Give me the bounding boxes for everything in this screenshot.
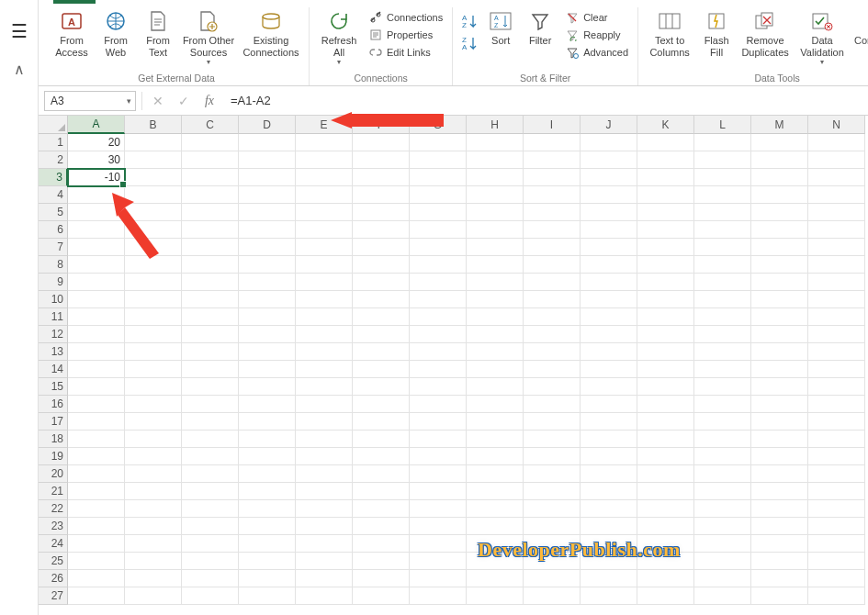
remove-duplicates-button[interactable]: Remove Duplicates: [738, 7, 793, 60]
cell-L3[interactable]: [694, 169, 751, 186]
cell-B1[interactable]: [125, 134, 182, 151]
cell-D23[interactable]: [239, 518, 296, 535]
cell-K26[interactable]: [637, 570, 694, 587]
cell-I3[interactable]: [524, 169, 581, 186]
cell-K16[interactable]: [637, 396, 694, 413]
filter-button[interactable]: Filter: [521, 7, 559, 49]
cell-B16[interactable]: [125, 396, 182, 413]
cell-I2[interactable]: [524, 151, 581, 169]
cell-J2[interactable]: [581, 151, 637, 169]
row-header-18[interactable]: 18: [39, 430, 68, 448]
cell-L18[interactable]: [694, 430, 751, 448]
cell-B13[interactable]: [125, 343, 182, 361]
cell-H10[interactable]: [467, 291, 524, 308]
cell-H19[interactable]: [467, 448, 524, 465]
collapse-ribbon-icon[interactable]: ∧: [14, 61, 25, 78]
cell-H2[interactable]: [467, 151, 524, 169]
cell-I25[interactable]: [524, 553, 581, 570]
consolidate-button[interactable]: Consolidate: [851, 7, 868, 49]
cell-J22[interactable]: [581, 500, 637, 518]
cell-A27[interactable]: [68, 587, 125, 605]
row-header-6[interactable]: 6: [39, 221, 68, 239]
cell-L1[interactable]: [694, 134, 751, 151]
cell-B25[interactable]: [125, 553, 182, 570]
cell-D26[interactable]: [239, 570, 296, 587]
cell-K7[interactable]: [637, 239, 694, 256]
cell-A7[interactable]: [68, 239, 125, 256]
cell-K2[interactable]: [637, 151, 694, 169]
cell-G12[interactable]: [410, 326, 467, 343]
text-to-columns-button[interactable]: Text to Columns: [644, 7, 695, 60]
cell-H3[interactable]: [467, 169, 524, 186]
from-text-button[interactable]: From Text: [138, 7, 178, 60]
column-header-C[interactable]: C: [182, 116, 239, 134]
enter-formula-button[interactable]: ✓: [174, 91, 194, 111]
cell-K27[interactable]: [637, 587, 694, 605]
cell-L6[interactable]: [694, 221, 751, 239]
cell-J16[interactable]: [581, 396, 637, 413]
cell-G27[interactable]: [410, 587, 467, 605]
cell-E20[interactable]: [296, 465, 353, 483]
cell-K11[interactable]: [637, 308, 694, 326]
cell-H23[interactable]: [467, 518, 524, 535]
cell-I5[interactable]: [524, 204, 581, 221]
hamburger-icon[interactable]: ☰: [11, 20, 28, 42]
cell-N19[interactable]: [808, 448, 865, 465]
sort-button[interactable]: AZ Sort: [482, 7, 519, 49]
properties-button[interactable]: Properties: [365, 27, 446, 43]
cell-N18[interactable]: [808, 430, 865, 448]
cell-D27[interactable]: [239, 587, 296, 605]
cell-M20[interactable]: [751, 465, 808, 483]
cell-D16[interactable]: [239, 396, 296, 413]
cell-D20[interactable]: [239, 465, 296, 483]
cell-M4[interactable]: [751, 186, 808, 204]
cell-N5[interactable]: [808, 204, 865, 221]
cell-M15[interactable]: [751, 378, 808, 396]
cell-J7[interactable]: [581, 239, 637, 256]
sort-asc-button[interactable]: AZ: [458, 11, 480, 31]
cell-K1[interactable]: [637, 134, 694, 151]
cell-H11[interactable]: [467, 308, 524, 326]
flash-fill-button[interactable]: Flash Fill: [697, 7, 736, 60]
cell-I6[interactable]: [524, 221, 581, 239]
cell-D11[interactable]: [239, 308, 296, 326]
cell-F21[interactable]: [353, 483, 410, 500]
cell-C24[interactable]: [182, 535, 239, 553]
cell-I19[interactable]: [524, 448, 581, 465]
cell-G14[interactable]: [410, 361, 467, 378]
cell-N25[interactable]: [808, 553, 865, 570]
row-header-5[interactable]: 5: [39, 204, 68, 221]
cell-I27[interactable]: [524, 587, 581, 605]
row-header-24[interactable]: 24: [39, 535, 68, 553]
cell-D21[interactable]: [239, 483, 296, 500]
cell-N9[interactable]: [808, 274, 865, 291]
cell-C16[interactable]: [182, 396, 239, 413]
cell-B17[interactable]: [125, 413, 182, 430]
cell-G18[interactable]: [410, 430, 467, 448]
cell-L20[interactable]: [694, 465, 751, 483]
column-header-B[interactable]: B: [125, 116, 182, 134]
cell-M25[interactable]: [751, 553, 808, 570]
cell-K13[interactable]: [637, 343, 694, 361]
row-header-4[interactable]: 4: [39, 186, 68, 204]
cell-G4[interactable]: [410, 186, 467, 204]
cell-N16[interactable]: [808, 396, 865, 413]
cell-C14[interactable]: [182, 361, 239, 378]
cell-B2[interactable]: [125, 151, 182, 169]
cell-M27[interactable]: [751, 587, 808, 605]
cell-D2[interactable]: [239, 151, 296, 169]
cell-B7[interactable]: [125, 239, 182, 256]
cell-F4[interactable]: [353, 186, 410, 204]
clear-button[interactable]: Clear: [561, 9, 632, 26]
cell-I20[interactable]: [524, 465, 581, 483]
cell-A17[interactable]: [68, 413, 125, 430]
cell-A5[interactable]: [68, 204, 125, 221]
connections-button[interactable]: Connections: [365, 9, 446, 26]
cell-C23[interactable]: [182, 518, 239, 535]
cell-I24[interactable]: [524, 535, 581, 553]
edit-links-button[interactable]: Edit Links: [365, 44, 446, 61]
cell-N11[interactable]: [808, 308, 865, 326]
row-header-22[interactable]: 22: [39, 500, 68, 518]
cell-D22[interactable]: [239, 500, 296, 518]
cell-G10[interactable]: [410, 291, 467, 308]
